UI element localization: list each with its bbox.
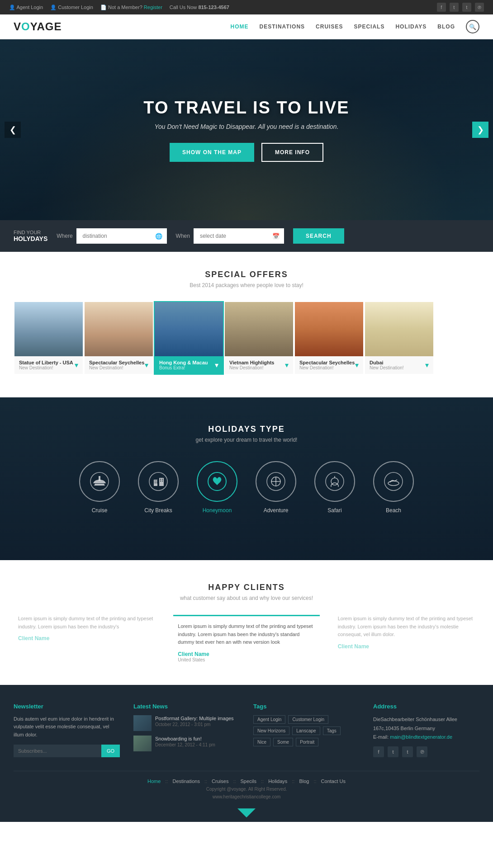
client-name-1: Client Name	[178, 651, 315, 657]
tag-4[interactable]: Tags	[323, 726, 341, 735]
offer-card-5[interactable]: Dubai New Destination! ▾	[364, 301, 434, 375]
navbar: VOYAGE HOME DESTINATIONS CRUISES SPECIAL…	[0, 14, 493, 39]
search-icon[interactable]: 🔍	[466, 20, 479, 33]
footer-grid: Newsletter Duis autem vel eum iriure dol…	[14, 703, 479, 757]
tag-2[interactable]: New Horizons	[253, 726, 289, 735]
address-lines: DieSachbearbeiter Schönhauser Allee 167c…	[373, 715, 479, 742]
footer-latest-news: Latest News Postformat Gallery: Multiple…	[133, 703, 240, 757]
when-label: When	[176, 233, 190, 239]
adventure-icon-circle	[256, 461, 296, 502]
chevron-down-icon: ▾	[145, 361, 148, 369]
hero-prev-arrow[interactable]: ❮	[5, 122, 21, 138]
beach-label: Beach	[386, 507, 401, 514]
honeymoon-label: Honeymoon	[203, 507, 232, 514]
more-info-button[interactable]: MORE INFO	[261, 143, 323, 162]
agent-login-link[interactable]: 👤 Agent Login	[9, 5, 43, 10]
search-button[interactable]: Search	[293, 228, 344, 244]
card-info-4: Spectacular Seychelles New Destination! …	[295, 356, 363, 374]
address-email[interactable]: main@blindtextgenerator.de	[390, 734, 452, 740]
footer-copyright: Copyright @voyage. All Right Reserved.	[206, 787, 287, 792]
bottom-arrow	[0, 808, 493, 822]
client-location-1: United States	[178, 657, 315, 662]
offer-card-1[interactable]: Spectacular Seychelles New Destination! …	[84, 301, 154, 375]
holiday-city-breaks[interactable]: City Breaks	[138, 461, 179, 514]
latest-news-title: Latest News	[133, 703, 240, 710]
footer-link-holidays[interactable]: Holidays	[268, 778, 287, 784]
client-name-2: Client Name	[338, 643, 475, 650]
special-offers-cards: Statue of Liberty - USA New Destination!…	[14, 301, 479, 375]
nav-holidays[interactable]: HOLIDAYS	[395, 24, 427, 30]
offer-card-3[interactable]: Vietnam Highlights New Destination! ▾	[224, 301, 294, 375]
site-logo[interactable]: VOYAGE	[14, 20, 62, 33]
holiday-cruise[interactable]: Cruise	[79, 461, 120, 514]
holiday-beach[interactable]: Beach	[373, 461, 414, 514]
customer-login-link[interactable]: 👤 Customer Login	[50, 5, 93, 10]
nav-destinations[interactable]: DESTINATIONS	[260, 24, 305, 30]
footer-link-specils[interactable]: Specils	[241, 778, 256, 784]
hero-section: ❮ TO TRAVEL IS TO LIVE You Don't Need Ma…	[0, 39, 493, 220]
holidays-type-subtitle: get explore your dream to travel the wor…	[14, 437, 479, 443]
footer-address: Address DieSachbearbeiter Schönhauser Al…	[373, 703, 479, 757]
card-image-4	[295, 302, 363, 356]
holiday-adventure[interactable]: Adventure	[256, 461, 296, 514]
card-image-5	[365, 302, 433, 356]
footer-link-blog[interactable]: Blog	[299, 778, 309, 784]
newsletter-form: GO	[14, 745, 120, 757]
date-input[interactable]	[194, 228, 284, 244]
chevron-down-icon: ▾	[215, 361, 218, 369]
pinterest-icon[interactable]: ℗	[475, 3, 484, 12]
facebook-icon[interactable]: f	[437, 3, 446, 12]
footer-facebook-icon[interactable]: f	[373, 746, 384, 757]
nav-links: HOME DESTINATIONS CRUISES SPECIALS HOLID…	[231, 20, 479, 33]
holiday-safari[interactable]: Safari	[314, 461, 355, 514]
footer-twitter-icon[interactable]: t	[388, 746, 398, 757]
newsletter-input[interactable]	[14, 745, 101, 757]
tag-6[interactable]: Some	[273, 738, 293, 746]
footer-website: www.heritagechristiancollege.com	[213, 794, 281, 799]
svg-rect-11	[160, 481, 161, 481]
tag-3[interactable]: Lanscape	[292, 726, 320, 735]
svg-rect-5	[155, 481, 156, 481]
tumblr-icon[interactable]: t	[462, 3, 471, 12]
tag-5[interactable]: Nice	[253, 738, 270, 746]
nav-cruises[interactable]: CRUISES	[316, 24, 343, 30]
chevron-down-icon: ▾	[285, 361, 289, 369]
footer-link-contact[interactable]: Contact Us	[321, 778, 346, 784]
tag-7[interactable]: Portrait	[296, 738, 318, 746]
news-thumb-0	[133, 715, 152, 731]
chevron-down-icon: ▾	[425, 361, 429, 369]
social-icons: f t t ℗	[437, 3, 484, 12]
nav-blog[interactable]: BLOG	[437, 24, 455, 30]
happy-clients-section: HAPPY CLIENTS what customer say about us…	[0, 560, 493, 685]
card-info-2: Hong Kong & Macau Bonus Extra! ▾	[155, 356, 223, 374]
footer-tumblr-icon[interactable]: t	[402, 746, 413, 757]
hero-next-arrow[interactable]: ❯	[472, 122, 488, 138]
adventure-label: Adventure	[264, 507, 289, 514]
card-info-3: Vietnam Highlights New Destination! ▾	[225, 356, 293, 374]
register-link[interactable]: Register	[144, 5, 162, 10]
svg-rect-6	[156, 481, 157, 481]
show-on-map-button[interactable]: SHOW ON THE MAP	[170, 143, 254, 162]
news-title-1: Snowboarding is fun!	[155, 736, 215, 742]
svg-point-2	[149, 472, 167, 491]
svg-rect-7	[155, 482, 156, 483]
offer-card-2[interactable]: Hong Kong & Macau Bonus Extra! ▾	[154, 301, 224, 375]
newsletter-go-button[interactable]: GO	[101, 745, 120, 757]
offer-card-0[interactable]: Statue of Liberty - USA New Destination!…	[14, 301, 84, 375]
footer-pinterest-icon[interactable]: ℗	[417, 746, 427, 757]
safari-icon-circle	[314, 461, 355, 502]
nav-home[interactable]: HOME	[231, 24, 249, 30]
tag-1[interactable]: Customer Login	[288, 715, 328, 724]
not-member-text: 📄 Not a Member? Register	[100, 5, 162, 10]
footer-link-cruises[interactable]: Cruises	[212, 778, 228, 784]
twitter-icon[interactable]: t	[450, 3, 459, 12]
footer-link-destinations[interactable]: Destinations	[172, 778, 200, 784]
holiday-honeymoon[interactable]: Honeymoon	[197, 461, 237, 514]
footer-link-home[interactable]: Home	[147, 778, 161, 784]
card-image-2	[155, 302, 223, 356]
destination-input[interactable]	[76, 228, 167, 244]
offer-card-4[interactable]: Spectacular Seychelles New Destination! …	[294, 301, 364, 375]
nav-specials[interactable]: SPECIALS	[354, 24, 384, 30]
top-bar-left: 👤 Agent Login 👤 Customer Login 📄 Not a M…	[9, 5, 229, 10]
tag-0[interactable]: Agent Login	[253, 715, 285, 724]
